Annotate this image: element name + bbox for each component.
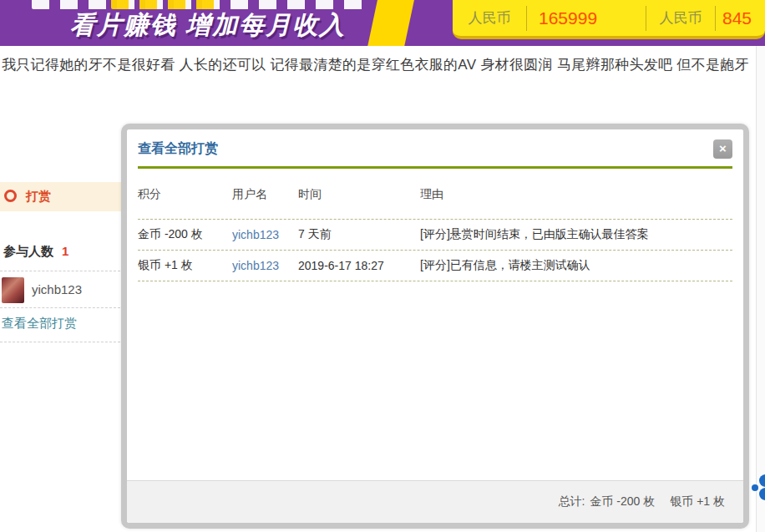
gold-total: 金币 -200 枚 xyxy=(590,494,655,509)
cell-points: 银币 +1 枚 xyxy=(138,251,232,281)
cell-time: 7 天前 xyxy=(298,220,420,250)
post-excerpt: 我只记得她的牙不是很好看 人长的还可以 记得最清楚的是穿红色衣服的AV 身材很圆… xyxy=(2,53,756,77)
column-header-reason: 理由 xyxy=(420,178,732,210)
column-header-username: 用户名 xyxy=(232,178,298,210)
rewards-table: 积分 用户名 时间 理由 金币 -200 枚 yichb123 7 天前 [评分… xyxy=(138,169,732,281)
cell-reason: [评分]悬赏时间结束，已由版主确认最佳答案 xyxy=(420,220,732,250)
page: { "banner": { "slogan": "看片赚钱 增加每月收入", "… xyxy=(0,0,765,532)
view-all-rewards-link[interactable]: 查看全部打赏 xyxy=(2,316,77,332)
currency-bar: 人民币 165999 人民币 845 xyxy=(453,0,765,39)
reward-section-header: 打赏 xyxy=(0,182,121,211)
table-row: 银币 +1 枚 yichb123 2019-6-17 18:27 [评分]已有信… xyxy=(138,251,732,281)
share-icon-node xyxy=(759,474,765,487)
cell-reason: [评分]已有信息，请楼主测试确认 xyxy=(420,251,732,281)
ad-banner[interactable]: 看片赚钱 增加每月收入 人民币 165999 人民币 845 xyxy=(0,0,765,46)
rewards-modal-body: 查看全部打赏 × 积分 用户名 时间 理由 金币 -200 枚 yichb123… xyxy=(127,129,743,523)
avatar[interactable] xyxy=(2,277,24,303)
cell-points: 金币 -200 枚 xyxy=(138,220,232,250)
cell-username-link[interactable]: yichb123 xyxy=(232,251,298,280)
silver-total: 银币 +1 枚 xyxy=(670,494,725,509)
reward-circle-icon xyxy=(4,190,17,202)
separator xyxy=(0,342,120,342)
currency-label: 人民币 xyxy=(453,8,526,28)
column-header-points: 积分 xyxy=(138,178,232,210)
close-button[interactable]: × xyxy=(713,139,732,159)
currency-value: 845 xyxy=(716,8,765,28)
share-icon[interactable] xyxy=(752,475,765,500)
share-icon-node xyxy=(752,484,758,491)
table-header-row: 积分 用户名 时间 理由 xyxy=(138,169,732,220)
participants-count: 1 xyxy=(62,244,68,258)
share-icon-node xyxy=(759,488,765,500)
reward-section-label: 打赏 xyxy=(26,189,51,205)
cell-username-link[interactable]: yichb123 xyxy=(232,220,298,249)
username-link[interactable]: yichb123 xyxy=(32,282,82,296)
currency-label: 人民币 xyxy=(646,8,715,28)
banner-slogan: 看片赚钱 增加每月收入 xyxy=(70,8,346,43)
currency-value: 165999 xyxy=(527,8,646,28)
rewards-modal: 查看全部打赏 × 积分 用户名 时间 理由 金币 -200 枚 yichb123… xyxy=(121,124,749,529)
separator xyxy=(0,271,120,271)
scrollbar[interactable] xyxy=(756,46,765,532)
column-header-time: 时间 xyxy=(298,178,420,210)
separator xyxy=(0,307,120,308)
table-row: 金币 -200 枚 yichb123 7 天前 [评分]悬赏时间结束，已由版主确… xyxy=(138,220,732,251)
total-label: 总计: xyxy=(559,494,585,509)
modal-title: 查看全部打赏 xyxy=(127,129,743,166)
banner-diagonal-decoration xyxy=(367,0,415,46)
close-icon: × xyxy=(719,141,727,155)
participants-row: 参与人数1 xyxy=(3,244,68,260)
modal-footer: 总计: 金币 -200 枚 银币 +1 枚 xyxy=(127,480,743,523)
cell-time: 2019-6-17 18:27 xyxy=(298,251,420,280)
participants-label: 参与人数 xyxy=(3,244,53,258)
